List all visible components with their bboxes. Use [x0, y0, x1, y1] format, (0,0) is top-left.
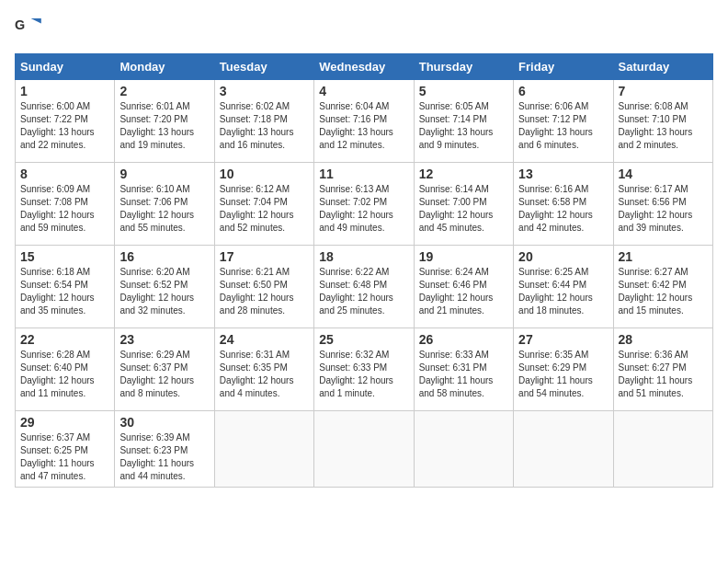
calendar-week-row: 8Sunrise: 6:09 AMSunset: 7:08 PMDaylight…: [16, 163, 713, 246]
calendar-day-cell: [414, 411, 513, 488]
calendar-day-cell: 23Sunrise: 6:29 AMSunset: 6:37 PMDayligh…: [115, 328, 214, 411]
calendar-body: 1Sunrise: 6:00 AMSunset: 7:22 PMDaylight…: [16, 80, 713, 488]
day-info: Sunrise: 6:13 AMSunset: 7:02 PMDaylight:…: [319, 183, 408, 235]
day-info: Sunrise: 6:32 AMSunset: 6:33 PMDaylight:…: [319, 349, 408, 400]
day-info: Sunrise: 6:05 AMSunset: 7:14 PMDaylight:…: [419, 100, 508, 152]
calendar-day-cell: 20Sunrise: 6:25 AMSunset: 6:44 PMDayligh…: [514, 246, 613, 328]
day-number: 1: [20, 84, 109, 98]
svg-text:G: G: [15, 17, 25, 32]
calendar-day-cell: 19Sunrise: 6:24 AMSunset: 6:46 PMDayligh…: [414, 246, 513, 328]
day-info: Sunrise: 6:02 AMSunset: 7:18 PMDaylight:…: [220, 100, 309, 152]
day-number: 19: [419, 249, 508, 264]
day-info: Sunrise: 6:16 AMSunset: 6:58 PMDaylight:…: [518, 183, 608, 235]
day-number: 21: [619, 249, 708, 264]
day-number: 24: [220, 332, 309, 347]
calendar-day-cell: 2Sunrise: 6:01 AMSunset: 7:20 PMDaylight…: [115, 80, 214, 163]
day-info: Sunrise: 6:21 AMSunset: 6:50 PMDaylight:…: [220, 266, 309, 317]
day-number: 28: [619, 332, 708, 347]
calendar-day-cell: 4Sunrise: 6:04 AMSunset: 7:16 PMDaylight…: [314, 80, 414, 163]
day-info: Sunrise: 6:22 AMSunset: 6:48 PMDaylight:…: [319, 266, 408, 317]
day-number: 16: [119, 249, 209, 264]
calendar-day-cell: 15Sunrise: 6:18 AMSunset: 6:54 PMDayligh…: [16, 246, 115, 328]
calendar-day-cell: 28Sunrise: 6:36 AMSunset: 6:27 PMDayligh…: [613, 328, 712, 411]
day-number: 17: [220, 249, 309, 264]
weekday-saturday: Saturday: [613, 54, 712, 80]
day-info: Sunrise: 6:39 AMSunset: 6:23 PMDaylight:…: [119, 431, 209, 483]
day-info: Sunrise: 6:20 AMSunset: 6:52 PMDaylight:…: [119, 266, 209, 317]
weekday-monday: Monday: [115, 54, 214, 80]
header: G: [15, 15, 713, 44]
calendar-day-cell: 24Sunrise: 6:31 AMSunset: 6:35 PMDayligh…: [214, 328, 313, 411]
day-info: Sunrise: 6:00 AMSunset: 7:22 PMDaylight:…: [20, 100, 109, 152]
calendar-day-cell: 16Sunrise: 6:20 AMSunset: 6:52 PMDayligh…: [115, 246, 214, 328]
day-number: 5: [419, 84, 508, 98]
day-info: Sunrise: 6:17 AMSunset: 6:56 PMDaylight:…: [619, 183, 708, 235]
day-info: Sunrise: 6:06 AMSunset: 7:12 PMDaylight:…: [518, 100, 608, 152]
day-number: 15: [20, 249, 109, 264]
day-info: Sunrise: 6:33 AMSunset: 6:31 PMDaylight:…: [419, 349, 508, 400]
weekday-friday: Friday: [514, 54, 613, 80]
calendar-day-cell: [214, 411, 313, 488]
day-number: 8: [20, 167, 109, 181]
day-info: Sunrise: 6:09 AMSunset: 7:08 PMDaylight:…: [20, 183, 109, 235]
day-number: 3: [220, 84, 309, 98]
day-number: 23: [119, 332, 209, 347]
calendar-day-cell: [514, 411, 613, 488]
day-number: 7: [619, 84, 708, 98]
weekday-sunday: Sunday: [16, 54, 115, 80]
day-number: 4: [319, 84, 408, 98]
day-number: 18: [319, 249, 408, 264]
day-number: 30: [119, 415, 209, 430]
day-info: Sunrise: 6:25 AMSunset: 6:44 PMDaylight:…: [518, 266, 608, 317]
day-info: Sunrise: 6:37 AMSunset: 6:25 PMDaylight:…: [20, 431, 109, 483]
day-number: 13: [518, 167, 608, 181]
calendar-day-cell: 14Sunrise: 6:17 AMSunset: 6:56 PMDayligh…: [613, 163, 712, 246]
day-info: Sunrise: 6:35 AMSunset: 6:29 PMDaylight:…: [518, 349, 608, 400]
day-number: 2: [119, 84, 209, 98]
calendar-day-cell: 10Sunrise: 6:12 AMSunset: 7:04 PMDayligh…: [214, 163, 313, 246]
calendar-day-cell: 8Sunrise: 6:09 AMSunset: 7:08 PMDaylight…: [16, 163, 115, 246]
calendar-day-cell: 5Sunrise: 6:05 AMSunset: 7:14 PMDaylight…: [414, 80, 513, 163]
day-info: Sunrise: 6:36 AMSunset: 6:27 PMDaylight:…: [619, 349, 708, 400]
calendar-day-cell: 13Sunrise: 6:16 AMSunset: 6:58 PMDayligh…: [514, 163, 613, 246]
calendar-day-cell: 30Sunrise: 6:39 AMSunset: 6:23 PMDayligh…: [115, 411, 214, 488]
weekday-thursday: Thursday: [414, 54, 513, 80]
calendar-day-cell: 3Sunrise: 6:02 AMSunset: 7:18 PMDaylight…: [214, 80, 313, 163]
calendar-day-cell: 18Sunrise: 6:22 AMSunset: 6:48 PMDayligh…: [314, 246, 414, 328]
calendar-day-cell: 22Sunrise: 6:28 AMSunset: 6:40 PMDayligh…: [16, 328, 115, 411]
day-info: Sunrise: 6:18 AMSunset: 6:54 PMDaylight:…: [20, 266, 109, 317]
day-info: Sunrise: 6:14 AMSunset: 7:00 PMDaylight:…: [419, 183, 508, 235]
calendar-week-row: 1Sunrise: 6:00 AMSunset: 7:22 PMDaylight…: [16, 80, 713, 163]
day-info: Sunrise: 6:24 AMSunset: 6:46 PMDaylight:…: [419, 266, 508, 317]
calendar-day-cell: 11Sunrise: 6:13 AMSunset: 7:02 PMDayligh…: [314, 163, 414, 246]
day-number: 9: [119, 167, 209, 181]
day-info: Sunrise: 6:08 AMSunset: 7:10 PMDaylight:…: [619, 100, 708, 152]
weekday-header-row: SundayMondayTuesdayWednesdayThursdayFrid…: [16, 54, 713, 80]
day-info: Sunrise: 6:04 AMSunset: 7:16 PMDaylight:…: [319, 100, 408, 152]
calendar-day-cell: 17Sunrise: 6:21 AMSunset: 6:50 PMDayligh…: [214, 246, 313, 328]
calendar-day-cell: 1Sunrise: 6:00 AMSunset: 7:22 PMDaylight…: [16, 80, 115, 163]
day-number: 20: [518, 249, 608, 264]
weekday-wednesday: Wednesday: [314, 54, 414, 80]
calendar-day-cell: 25Sunrise: 6:32 AMSunset: 6:33 PMDayligh…: [314, 328, 414, 411]
calendar-day-cell: 9Sunrise: 6:10 AMSunset: 7:06 PMDaylight…: [115, 163, 214, 246]
day-info: Sunrise: 6:29 AMSunset: 6:37 PMDaylight:…: [119, 349, 209, 400]
day-number: 27: [518, 332, 608, 347]
day-number: 12: [419, 167, 508, 181]
day-number: 6: [518, 84, 608, 98]
day-info: Sunrise: 6:01 AMSunset: 7:20 PMDaylight:…: [119, 100, 209, 152]
calendar-day-cell: 29Sunrise: 6:37 AMSunset: 6:25 PMDayligh…: [16, 411, 115, 488]
calendar-week-row: 15Sunrise: 6:18 AMSunset: 6:54 PMDayligh…: [16, 246, 713, 328]
calendar-week-row: 29Sunrise: 6:37 AMSunset: 6:25 PMDayligh…: [16, 411, 713, 488]
calendar-day-cell: 6Sunrise: 6:06 AMSunset: 7:12 PMDaylight…: [514, 80, 613, 163]
weekday-tuesday: Tuesday: [214, 54, 313, 80]
calendar-week-row: 22Sunrise: 6:28 AMSunset: 6:40 PMDayligh…: [16, 328, 713, 411]
logo-icon: G: [15, 15, 44, 44]
day-info: Sunrise: 6:27 AMSunset: 6:42 PMDaylight:…: [619, 266, 708, 317]
day-number: 14: [619, 167, 708, 181]
day-number: 22: [20, 332, 109, 347]
day-number: 26: [419, 332, 508, 347]
calendar-day-cell: 26Sunrise: 6:33 AMSunset: 6:31 PMDayligh…: [414, 328, 513, 411]
day-number: 11: [319, 167, 408, 181]
calendar-table: SundayMondayTuesdayWednesdayThursdayFrid…: [15, 53, 713, 488]
